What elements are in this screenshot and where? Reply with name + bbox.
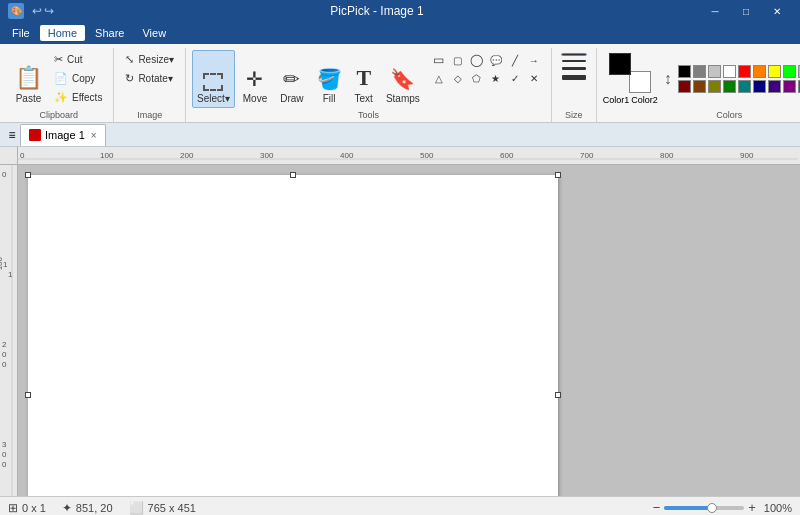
swatch-orange[interactable] bbox=[753, 65, 766, 78]
pentagon-shape-btn[interactable]: ⬠ bbox=[468, 70, 486, 86]
color2-box[interactable] bbox=[629, 71, 651, 93]
close-button[interactable]: ✕ bbox=[762, 0, 792, 22]
color2-label[interactable]: Color2 bbox=[631, 95, 658, 105]
arrow-shape-btn[interactable]: → bbox=[525, 52, 543, 68]
svg-text:200: 200 bbox=[180, 151, 194, 160]
cut-button[interactable]: ✂ Cut bbox=[49, 50, 107, 68]
size-line-1[interactable] bbox=[562, 54, 586, 55]
zoom-out-button[interactable]: − bbox=[653, 500, 661, 515]
undo-button[interactable]: ↩ bbox=[32, 4, 42, 18]
svg-text:400: 400 bbox=[340, 151, 354, 160]
round-rect-shape-btn[interactable]: ▢ bbox=[449, 52, 467, 68]
move-button[interactable]: ✛ Move bbox=[238, 50, 272, 108]
swatch-navy[interactable] bbox=[753, 80, 766, 93]
text-button[interactable]: T Text bbox=[350, 50, 378, 108]
tri-shape-btn[interactable]: △ bbox=[430, 70, 448, 86]
menu-share[interactable]: Share bbox=[87, 25, 132, 41]
effects-button[interactable]: ✨ Effects bbox=[49, 88, 107, 106]
app-icon: 🎨 bbox=[8, 3, 24, 19]
handle-tm[interactable] bbox=[290, 172, 296, 178]
resize-label: Resize▾ bbox=[138, 54, 174, 65]
swatch-dkred[interactable] bbox=[678, 80, 691, 93]
canvas-viewport[interactable] bbox=[18, 165, 800, 496]
diamond-shape-btn[interactable]: ◇ bbox=[449, 70, 467, 86]
menu-file[interactable]: File bbox=[4, 25, 38, 41]
color1-box[interactable] bbox=[609, 53, 631, 75]
svg-text:500: 500 bbox=[420, 151, 434, 160]
handle-tr[interactable] bbox=[555, 172, 561, 178]
stamps-label: Stamps bbox=[386, 93, 420, 105]
swatch-dkmagenta[interactable] bbox=[783, 80, 796, 93]
paste-button[interactable]: 📋 Paste bbox=[10, 50, 47, 108]
color1-label[interactable]: Color1 bbox=[603, 95, 630, 105]
zoom-slider[interactable] bbox=[664, 506, 744, 510]
window-title: PicPick - Image 1 bbox=[54, 4, 700, 18]
swatch-brown[interactable] bbox=[693, 80, 706, 93]
swatch-dkpurple[interactable] bbox=[768, 80, 781, 93]
tab-image1[interactable]: Image 1 × bbox=[20, 124, 106, 146]
svg-text:900: 900 bbox=[740, 151, 754, 160]
ruler-v-svg: 0 100 1 1 2 0 0 3 0 0 4 0 0 bbox=[0, 165, 18, 496]
svg-text:300: 300 bbox=[260, 151, 274, 160]
draw-button[interactable]: ✏ Draw bbox=[275, 50, 308, 108]
menu-view[interactable]: View bbox=[134, 25, 174, 41]
check-shape-btn[interactable]: ✓ bbox=[506, 70, 524, 86]
swatch-green[interactable] bbox=[783, 65, 796, 78]
status-position: ✦ 851, 20 bbox=[62, 501, 113, 515]
ruler-horizontal: 0 100 200 300 400 500 600 700 800 900 bbox=[18, 147, 800, 165]
speech-shape-btn[interactable]: 💬 bbox=[487, 52, 505, 68]
swatch-white[interactable] bbox=[723, 65, 736, 78]
size-line-4[interactable] bbox=[562, 75, 586, 80]
fill-icon: 🪣 bbox=[317, 67, 342, 91]
zoom-slider-thumb[interactable] bbox=[707, 503, 717, 513]
copy-button[interactable]: 📄 Copy bbox=[49, 69, 107, 87]
text-icon: T bbox=[356, 65, 371, 91]
resize-button[interactable]: ⤡ Resize▾ bbox=[120, 50, 179, 68]
tabs-menu-button[interactable]: ≡ bbox=[4, 127, 20, 143]
shapes-row-2: △ ◇ ⬠ ★ ✓ ✕ bbox=[430, 70, 543, 86]
redo-button[interactable]: ↪ bbox=[44, 4, 54, 18]
select-button[interactable]: Select▾ bbox=[192, 50, 235, 108]
zoom-level: 100% bbox=[764, 502, 792, 514]
svg-text:100: 100 bbox=[100, 151, 114, 160]
star-shape-btn[interactable]: ★ bbox=[487, 70, 505, 86]
swatch-black[interactable] bbox=[678, 65, 691, 78]
handle-mr[interactable] bbox=[555, 392, 561, 398]
image-canvas[interactable] bbox=[28, 175, 558, 496]
copy-icon: 📄 bbox=[54, 72, 68, 85]
effects-icon: ✨ bbox=[54, 91, 68, 104]
rect-shape-btn[interactable]: ▭ bbox=[430, 52, 448, 68]
tab-label: Image 1 bbox=[45, 129, 85, 141]
zoom-in-button[interactable]: + bbox=[748, 500, 756, 515]
swatch-yellow[interactable] bbox=[768, 65, 781, 78]
tab-close-button[interactable]: × bbox=[91, 130, 97, 141]
swatch-ltgray[interactable] bbox=[708, 65, 721, 78]
handle-tl[interactable] bbox=[25, 172, 31, 178]
paste-icon: 📋 bbox=[15, 65, 42, 91]
swatch-olive[interactable] bbox=[708, 80, 721, 93]
cross-shape-btn[interactable]: ✕ bbox=[525, 70, 543, 86]
color-cycle-button[interactable]: ↕ bbox=[664, 70, 672, 87]
ruler-vertical: 0 100 1 1 2 0 0 3 0 0 4 0 0 bbox=[0, 165, 18, 496]
swatch-gray[interactable] bbox=[693, 65, 706, 78]
fill-button[interactable]: 🪣 Fill bbox=[312, 50, 347, 108]
size-selector[interactable] bbox=[558, 50, 590, 84]
swatch-teal[interactable] bbox=[738, 80, 751, 93]
menu-home[interactable]: Home bbox=[40, 25, 85, 41]
size-line-3[interactable] bbox=[562, 67, 586, 70]
tab-image-icon bbox=[29, 129, 41, 141]
maximize-button[interactable]: □ bbox=[731, 0, 761, 22]
dimensions-icon: ⊞ bbox=[8, 501, 18, 515]
fill-label: Fill bbox=[323, 93, 336, 105]
swatch-red[interactable] bbox=[738, 65, 751, 78]
effects-label: Effects bbox=[72, 92, 102, 103]
minimize-button[interactable]: ─ bbox=[700, 0, 730, 22]
size-line-2[interactable] bbox=[562, 60, 586, 62]
ellipse-shape-btn[interactable]: ◯ bbox=[468, 52, 486, 68]
move-icon: ✛ bbox=[246, 67, 263, 91]
line-shape-btn[interactable]: ╱ bbox=[506, 52, 524, 68]
handle-ml[interactable] bbox=[25, 392, 31, 398]
rotate-button[interactable]: ↻ Rotate▾ bbox=[120, 69, 179, 87]
swatch-dkgreen[interactable] bbox=[723, 80, 736, 93]
stamps-button[interactable]: 🔖 Stamps bbox=[381, 50, 425, 108]
